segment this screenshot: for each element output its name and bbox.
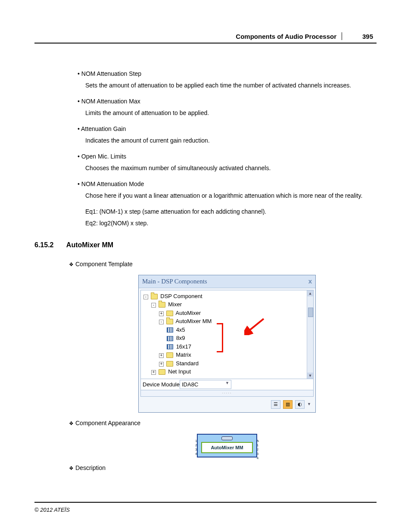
tree-node-netinput[interactable]: + Net Input (151, 367, 311, 376)
header-page-number: 395 (347, 33, 377, 40)
component-title: AutoMixer MM (203, 444, 251, 451)
component-icon (167, 336, 173, 341)
ports-in: 1 2 3 4 (195, 439, 197, 456)
equation-1: Eq1: (NOM-1) x step (same attenuation fo… (85, 207, 377, 216)
bullet-item: NOM Attenuation Max Limits the amount of… (78, 97, 377, 118)
chevron-down-icon: ▼ (225, 380, 229, 386)
section-heading: 6.15.2 AutoMixer MM (34, 240, 377, 250)
device-module-label: Device Module (143, 380, 180, 389)
bullet-description: Sets the amount of attenuation to be app… (85, 81, 377, 90)
bullet-item: Attenuation Gain Indicates the amount of… (78, 124, 377, 145)
folder-open-icon (159, 302, 165, 308)
tree-label: DSP Component (160, 293, 202, 299)
close-icon[interactable]: x (308, 277, 312, 286)
header-divider (342, 32, 342, 40)
tree-label: 16x17 (176, 343, 191, 350)
device-module-row: Device Module IDA8C ▼ (140, 379, 314, 391)
section-number: 6.15.2 (34, 240, 65, 250)
device-module-dropdown[interactable]: IDA8C ▼ (180, 380, 231, 389)
dsp-components-panel: Main - DSP Components x - DSP Component … (138, 275, 316, 413)
collapse-icon[interactable]: - (151, 303, 156, 308)
expand-icon[interactable]: + (159, 311, 164, 316)
callout-arrow-icon (244, 318, 266, 335)
highlight-bracket (217, 323, 223, 352)
toolbar-button-list-icon[interactable]: ☰ (271, 400, 280, 409)
header-title: Components of Audio Processor (236, 33, 336, 40)
expand-icon[interactable]: + (151, 370, 156, 375)
tree-label: Matrix (176, 352, 191, 358)
panel-titlebar: Main - DSP Components x (139, 275, 315, 288)
folder-open-icon (151, 294, 158, 299)
collapse-icon[interactable]: - (159, 320, 164, 324)
section-title: AutoMixer MM (66, 241, 113, 249)
scroll-up-icon[interactable]: ▲ (307, 290, 313, 296)
tree-node-standard[interactable]: + Standard (159, 359, 311, 368)
page-header: Components of Audio Processor 395 (34, 32, 377, 44)
subheading-template: Component Template (69, 260, 377, 269)
bullet-label: NOM Attenuation Mode (78, 180, 144, 187)
tree-node-automixer-mm[interactable]: - AutoMixer MM 4x5 (159, 317, 311, 351)
panel-title: Main - DSP Components (142, 277, 207, 286)
folder-open-icon (166, 319, 173, 324)
bullet-label: Attenuation Gain (78, 125, 126, 132)
bullet-description: Limits the amount of attenuation to be a… (85, 109, 377, 118)
footer-copyright: © 2012 ATEÏS (34, 507, 70, 513)
toolbar-button-view-icon[interactable]: ▥ (283, 400, 293, 409)
tree: - DSP Component - Mixer (141, 290, 313, 378)
tree-label: 8x9 (176, 335, 185, 341)
tree-node-automixer[interactable]: + AutoMixer (159, 309, 311, 317)
component-icon (167, 327, 173, 333)
subheading-appearance: Component Appearance (69, 419, 377, 428)
bullet-item: NOM Attenuation Step Sets the amount of … (78, 69, 377, 90)
scrollbar[interactable]: ▲ ▼ (307, 290, 313, 379)
tree-node-root[interactable]: - DSP Component - Mixer (143, 292, 311, 376)
component-appearance-block: AutoMixer MM 1 2 3 4 A 1 2 3 4 (197, 434, 257, 458)
tree-label: AutoMixer (176, 310, 201, 316)
toolbar-dropdown-icon[interactable]: ▼ (307, 401, 311, 408)
port-label: 3 (257, 452, 259, 456)
tree-node-matrix[interactable]: + Matrix (159, 351, 311, 359)
tree-area: - DSP Component - Mixer (140, 290, 314, 379)
port-label: 2 (195, 443, 197, 448)
tree-node-mixer[interactable]: - Mixer + AutoMixer (151, 300, 311, 367)
equation-2: Eq2: log2(NOM) x step. (85, 219, 377, 228)
tree-label: 4x5 (176, 327, 185, 333)
tree-leaf-4x5[interactable]: 4x5 (167, 326, 311, 334)
expand-icon[interactable]: + (159, 362, 164, 367)
port-label: 1 (257, 443, 259, 448)
component-block-label: AutoMixer MM (201, 442, 253, 454)
bullet-description: Chose here if you want a linear attenuat… (85, 191, 377, 200)
bullet-label: NOM Attenuation Step (78, 70, 141, 77)
tree-label: AutoMixer MM (176, 318, 212, 324)
scroll-down-icon[interactable]: ▼ (307, 373, 313, 379)
bullet-description: Chooses the maximum number of simultaneo… (85, 164, 377, 173)
folder-icon (166, 352, 173, 358)
expand-icon[interactable]: + (159, 353, 164, 358)
body-content: NOM Attenuation Step Sets the amount of … (78, 69, 377, 473)
tree-leaf-16x17[interactable]: 16x17 (167, 342, 311, 351)
port-label: 2 (257, 448, 259, 452)
tree-leaf-8x9[interactable]: 8x9 (167, 334, 311, 342)
resize-grip[interactable]: ····· (140, 390, 314, 397)
bullet-label: NOM Attenuation Max (78, 98, 140, 105)
port-label: 1 (195, 439, 197, 443)
tree-label: Standard (176, 360, 199, 367)
port-label: 3 (195, 448, 197, 452)
folder-icon (166, 361, 173, 367)
footer-divider (34, 502, 377, 503)
folder-icon (159, 369, 165, 375)
bullet-item: Open Mic. Limits Chooses the maximum num… (78, 152, 377, 173)
collapse-icon[interactable]: - (143, 295, 148, 299)
bullet-label: Open Mic. Limits (78, 153, 126, 160)
device-module-value: IDA8C (182, 381, 198, 388)
port-label: 4 (257, 456, 259, 460)
tree-label: Mixer (168, 301, 182, 308)
scroll-thumb[interactable] (308, 308, 313, 317)
bullet-description: Indicates the amount of current gain red… (85, 136, 377, 145)
drag-handle-icon (221, 436, 233, 440)
component-icon (167, 344, 173, 349)
panel-toolbar: ☰ ▥ ◐ ▼ (140, 398, 314, 411)
tree-label: Net Input (168, 368, 191, 375)
port-label: A (257, 439, 259, 443)
toolbar-button-refresh-icon[interactable]: ◐ (295, 400, 305, 409)
